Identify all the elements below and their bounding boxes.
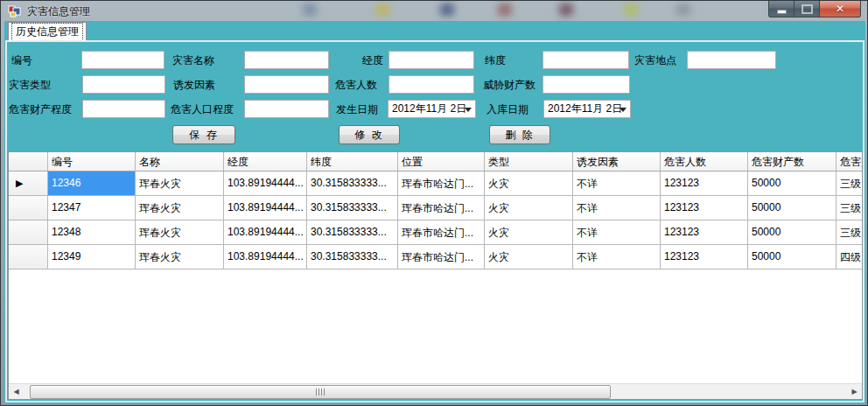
table-row: 12349 珲春火灾 103.89194444... 30.315833333.… xyxy=(9,245,862,270)
tab-history-info[interactable]: 历史信息管理 xyxy=(8,22,87,41)
population-damage-degree-input[interactable] xyxy=(244,100,329,118)
row-selector[interactable] xyxy=(9,245,48,269)
column-header[interactable]: 名称 xyxy=(136,152,224,171)
trigger-factor-input[interactable] xyxy=(244,75,329,94)
entry-date-picker[interactable]: 2012年11月 2日 xyxy=(543,100,631,118)
grid-cell[interactable]: 50000 xyxy=(748,245,836,269)
table-row: 12347 珲春火灾 103.89194444... 30.315833333.… xyxy=(9,196,862,220)
grid-cell[interactable]: 珲春火灾 xyxy=(136,220,224,244)
grid-cell[interactable]: 30.315833333... xyxy=(307,220,398,244)
column-header[interactable]: 诱发因素 xyxy=(573,152,661,171)
column-header[interactable]: 纬度 xyxy=(307,152,398,171)
horizontal-scrollbar[interactable]: ◀ ▶ xyxy=(9,383,862,399)
grid-cell[interactable]: 火灾 xyxy=(485,220,573,244)
save-button[interactable]: 保 存 xyxy=(172,125,235,144)
column-header[interactable]: 类型 xyxy=(485,152,573,171)
row-selector[interactable] xyxy=(9,196,48,220)
grid-cell[interactable]: 三级 xyxy=(836,220,863,244)
grid-cell[interactable]: 珲春火灾 xyxy=(136,172,224,195)
grid-cell[interactable]: 火灾 xyxy=(485,245,573,269)
minimize-icon xyxy=(777,10,787,14)
grid-cell[interactable]: 不详 xyxy=(573,196,661,220)
grid-cell[interactable]: 珲春市哈达门... xyxy=(398,220,485,244)
column-header[interactable]: 危害财产数 xyxy=(748,152,836,171)
grid-header-row: 编号 名称 经度 纬度 位置 类型 诱发因素 危害人数 危害财产数 危害财产程度 xyxy=(9,152,862,172)
grid-cell[interactable]: 珲春市哈达门... xyxy=(398,172,485,195)
property-damage-degree-label: 危害财产程度 xyxy=(9,101,72,118)
trigger-factor-label: 诱发因素 xyxy=(173,76,215,94)
grid-cell[interactable]: 不详 xyxy=(573,245,661,269)
grid-cell[interactable]: 12349 xyxy=(48,245,136,269)
disaster-type-input[interactable] xyxy=(82,75,165,94)
app-icon xyxy=(8,4,22,18)
column-header[interactable]: 位置 xyxy=(398,152,485,171)
grid-cell[interactable]: 30.315833333... xyxy=(307,172,398,195)
grid-cell[interactable]: 123123 xyxy=(661,220,748,244)
app-window: 灾害信息管理 ✕ 历史信息管理 编号 灾害名称 经度 纬度 灾害地点 灾害类型 … xyxy=(0,0,868,406)
grid-cell[interactable]: 三级 xyxy=(836,196,863,220)
grid-cell[interactable]: 珲春市哈达门... xyxy=(398,245,485,269)
chevron-down-icon xyxy=(465,108,472,112)
table-row: 12348 珲春火灾 103.89194444... 30.315833333.… xyxy=(9,220,862,245)
row-selector-header[interactable] xyxy=(9,152,48,171)
grid-cell[interactable]: 四级 xyxy=(836,245,863,269)
grid-cell[interactable]: 50000 xyxy=(748,196,836,220)
latitude-input[interactable] xyxy=(542,51,629,69)
row-selector[interactable] xyxy=(9,220,48,244)
grid-cell[interactable]: 珲春火灾 xyxy=(136,196,224,220)
titlebar-glass-reflection xyxy=(375,4,389,16)
grid-cell[interactable]: 123123 xyxy=(661,245,748,269)
location-label: 灾害地点 xyxy=(634,52,676,69)
grid-cell[interactable]: 103.89194444... xyxy=(224,172,307,195)
grid-cell[interactable]: 123123 xyxy=(661,172,748,195)
grid-cell[interactable]: 103.89194444... xyxy=(224,245,307,269)
threatened-property-input[interactable] xyxy=(542,75,630,94)
modify-button[interactable]: 修 改 xyxy=(339,125,400,144)
latitude-label: 纬度 xyxy=(485,52,506,69)
affected-people-label: 危害人数 xyxy=(335,76,377,94)
scrollbar-thumb[interactable] xyxy=(30,385,611,399)
maximize-button[interactable] xyxy=(794,1,819,18)
column-header[interactable]: 危害财产程度 xyxy=(836,152,863,171)
grid-cell[interactable]: 123123 xyxy=(661,196,748,220)
current-row-arrow-icon: ▶ xyxy=(16,178,23,189)
grid-cell[interactable]: 50000 xyxy=(748,172,836,195)
disaster-name-input[interactable] xyxy=(244,51,329,69)
titlebar[interactable]: 灾害信息管理 ✕ xyxy=(1,1,867,21)
grid-cell[interactable]: 50000 xyxy=(748,220,836,244)
occurrence-date-label: 发生日期 xyxy=(336,101,378,118)
titlebar-glass-reflection xyxy=(440,4,454,16)
id-input[interactable] xyxy=(81,51,164,69)
longitude-input[interactable] xyxy=(388,51,474,69)
scroll-left-button[interactable]: ◀ xyxy=(9,384,24,399)
id-label: 编号 xyxy=(11,52,32,69)
column-header[interactable]: 编号 xyxy=(48,152,136,171)
grid-cell[interactable]: 12347 xyxy=(48,196,136,220)
grid-cell[interactable]: 103.89194444... xyxy=(224,196,307,220)
grid-cell[interactable]: 30.315833333... xyxy=(307,245,398,269)
grid-cell[interactable]: 火灾 xyxy=(485,196,573,220)
close-button[interactable]: ✕ xyxy=(819,1,861,18)
grid-cell[interactable]: 珲春火灾 xyxy=(136,245,224,269)
occurrence-date-value: 2012年11月 2日 xyxy=(392,102,466,116)
grid-cell[interactable]: 火灾 xyxy=(485,172,573,195)
grid-cell[interactable]: 不详 xyxy=(573,220,661,244)
grid-cell[interactable]: 三级 xyxy=(836,172,863,195)
row-selector[interactable]: ▶ xyxy=(9,172,48,195)
grid-cell[interactable]: 103.89194444... xyxy=(224,220,307,244)
location-input[interactable] xyxy=(687,51,776,69)
column-header[interactable]: 危害人数 xyxy=(661,152,748,171)
grid-cell[interactable]: 12346 xyxy=(48,172,136,195)
affected-people-input[interactable] xyxy=(388,75,474,94)
threatened-property-label: 威胁财产数 xyxy=(483,76,536,94)
grid-cell[interactable]: 12348 xyxy=(48,220,136,244)
grid-cell[interactable]: 不详 xyxy=(573,172,661,195)
scroll-right-button[interactable]: ▶ xyxy=(847,384,862,399)
column-header[interactable]: 经度 xyxy=(224,152,307,171)
minimize-button[interactable] xyxy=(768,1,794,18)
delete-button[interactable]: 删 除 xyxy=(489,125,550,144)
grid-cell[interactable]: 30.315833333... xyxy=(307,196,398,220)
occurrence-date-picker[interactable]: 2012年11月 2日 xyxy=(388,100,476,118)
property-damage-degree-input[interactable] xyxy=(82,100,165,118)
grid-cell[interactable]: 珲春市哈达门... xyxy=(398,196,485,220)
